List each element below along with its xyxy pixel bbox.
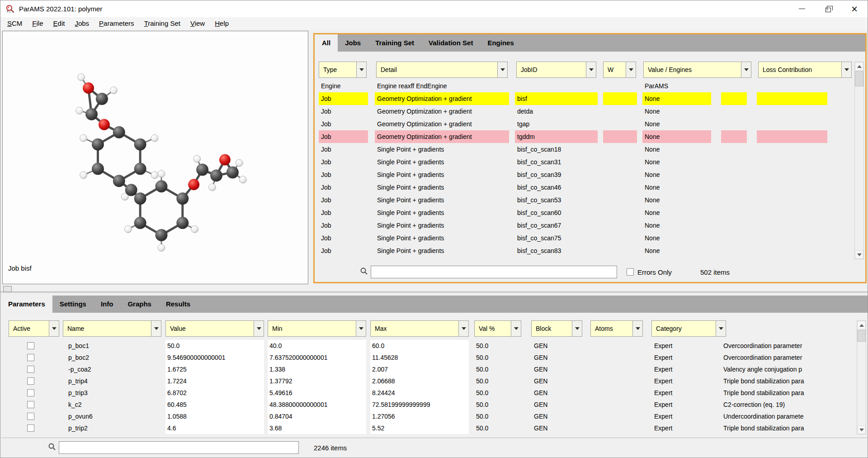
cell-value[interactable]: 60.485 [165, 399, 264, 410]
job-row[interactable]: Engine Engine reaxff EndEngine ParAMS [315, 80, 854, 92]
active-checkbox[interactable] [27, 425, 34, 432]
cell-min[interactable]: 1.338 [268, 363, 366, 375]
cell-min[interactable]: 5.49616 [268, 387, 366, 399]
filter-min-dropdown[interactable]: Min [268, 320, 366, 337]
active-checkbox[interactable] [27, 354, 34, 361]
parameter-row[interactable]: p_trip4 1.7224 1.37792 2.06688 50.0 GEN … [1, 375, 856, 387]
cell-max[interactable]: 8.24424 [370, 387, 469, 399]
menu-view[interactable]: View [185, 18, 210, 29]
menu-edit[interactable]: Edit [48, 18, 70, 29]
job-row[interactable]: Job Geometry Optimization + gradient tgd… [315, 130, 854, 143]
cell-max[interactable]: 72.58199999999999 [370, 399, 469, 410]
scroll-down-button[interactable] [857, 425, 866, 434]
cell-value[interactable]: 6.8702 [165, 387, 264, 399]
menu-help[interactable]: Help [210, 18, 234, 29]
parameter-row[interactable]: -p_coa2 1.6725 1.338 2.007 50.0 GEN Expe… [1, 363, 856, 375]
parameter-row[interactable]: p_trip2 4.6 3.68 5.52 50.0 GEN Expert Tr… [1, 422, 856, 434]
cell-value[interactable]: 1.6725 [165, 363, 264, 375]
tab-graphs[interactable]: Graphs [120, 296, 159, 313]
chevron-down-icon[interactable] [586, 62, 596, 77]
filter-category-dropdown[interactable]: Category [651, 320, 726, 337]
job-row[interactable]: Job Single Point + gradients bisf_co_sca… [315, 219, 854, 232]
parameter-row[interactable]: p_ovun6 1.0588 0.84704 1.27056 50.0 GEN … [1, 410, 856, 422]
active-checkbox[interactable] [27, 366, 34, 373]
scroll-thumb[interactable] [857, 330, 866, 342]
jobs-search-input[interactable] [371, 266, 617, 278]
cell-max[interactable]: 60.0 [370, 340, 469, 352]
chevron-down-icon[interactable] [626, 62, 636, 77]
cell-value[interactable]: 1.7224 [165, 375, 264, 387]
splitter-handle[interactable] [3, 286, 12, 292]
active-checkbox[interactable] [27, 389, 34, 396]
menu-file[interactable]: File [27, 18, 48, 29]
chevron-down-icon[interactable] [49, 321, 59, 336]
filter-block-dropdown[interactable]: Block [531, 320, 582, 337]
cell-min[interactable]: 7.637520000000001 [268, 352, 366, 363]
menu-training-set[interactable]: Training Set [139, 18, 185, 29]
cell-min[interactable]: 40.0 [268, 340, 366, 352]
cell-value[interactable]: 4.6 [165, 422, 264, 434]
scroll-up-button[interactable] [857, 321, 866, 329]
filter-atoms-dropdown[interactable]: Atoms [590, 320, 643, 337]
maximize-button[interactable] [815, 0, 841, 17]
job-row[interactable]: Job Single Point + gradients bisf_co_sca… [315, 244, 854, 257]
tab-settings[interactable]: Settings [52, 296, 94, 313]
tab-parameters[interactable]: Parameters [1, 296, 52, 313]
scroll-down-button[interactable] [855, 250, 863, 259]
chevron-down-icon[interactable] [458, 321, 468, 336]
cell-max[interactable]: 1.27056 [370, 410, 469, 422]
active-checkbox[interactable] [27, 413, 34, 420]
cell-min[interactable]: 0.84704 [268, 410, 366, 422]
job-row[interactable]: Job Geometry Optimization + gradient bis… [315, 92, 854, 105]
filter-jobid-dropdown[interactable]: JobID [516, 62, 596, 78]
chevron-down-icon[interactable] [572, 321, 582, 336]
job-row[interactable]: Job Geometry Optimization + gradient det… [315, 105, 854, 118]
filter-value-dropdown[interactable]: Value [165, 320, 264, 337]
filter-valpct-dropdown[interactable]: Val % [474, 320, 521, 337]
scroll-thumb[interactable] [855, 71, 863, 86]
tab-jobs[interactable]: Jobs [338, 34, 368, 52]
cell-max[interactable]: 2.06688 [370, 375, 469, 387]
tab-info[interactable]: Info [94, 296, 121, 313]
active-checkbox[interactable] [27, 377, 34, 385]
scroll-track[interactable] [855, 71, 863, 250]
close-button[interactable]: × [841, 0, 868, 17]
molecule-viewer-pane[interactable]: Job bisf [2, 31, 308, 284]
cell-max[interactable]: 5.52 [370, 422, 469, 434]
parameter-row[interactable]: p_boc2 9.546900000000001 7.6375200000000… [1, 352, 856, 363]
parameter-row[interactable]: p_boc1 50.0 40.0 60.0 50.0 GEN Expert Ov… [1, 340, 856, 352]
cell-value[interactable]: 50.0 [165, 340, 264, 352]
chevron-down-icon[interactable] [716, 321, 726, 336]
active-checkbox[interactable] [27, 401, 34, 408]
scroll-track[interactable] [857, 329, 866, 425]
cell-min[interactable]: 48.38800000000001 [268, 399, 366, 410]
menu-scm[interactable]: SCM [2, 18, 27, 29]
molecule-3d-model[interactable] [3, 31, 308, 284]
minimize-button[interactable] [789, 0, 815, 17]
cell-max[interactable]: 11.45628 [370, 352, 469, 363]
tab-training-set[interactable]: Training Set [368, 34, 421, 52]
cell-value[interactable]: 9.546900000000001 [165, 352, 264, 363]
chevron-down-icon[interactable] [151, 321, 161, 336]
filter-type-dropdown[interactable]: Type [319, 62, 367, 78]
job-row[interactable]: Job Geometry Optimization + gradient tga… [315, 118, 854, 130]
menu-parameters[interactable]: Parameters [94, 18, 139, 29]
filter-max-dropdown[interactable]: Max [370, 320, 469, 337]
jobs-scrollbar[interactable] [854, 62, 864, 259]
filter-value-engines-dropdown[interactable]: Value / Engines [643, 62, 751, 78]
errors-only-checkbox[interactable] [627, 268, 634, 276]
job-row[interactable]: Job Single Point + gradients bisf_co_sca… [315, 232, 854, 244]
params-search-input[interactable] [59, 441, 299, 454]
tab-validation-set[interactable]: Validation Set [421, 34, 480, 52]
job-row[interactable]: Job Single Point + gradients bisf_co_sca… [315, 156, 854, 168]
active-checkbox[interactable] [27, 342, 34, 349]
job-row[interactable]: Job Single Point + gradients bisf_co_sca… [315, 168, 854, 181]
job-row[interactable]: Job Single Point + gradients bisf_co_sca… [315, 181, 854, 194]
filter-loss-dropdown[interactable]: Loss Contribution [758, 62, 852, 78]
tab-all[interactable]: All [315, 34, 338, 52]
filter-detail-dropdown[interactable]: Detail [376, 62, 508, 78]
chevron-down-icon[interactable] [632, 321, 642, 336]
job-row[interactable]: Job Single Point + gradients bisf_co_sca… [315, 206, 854, 219]
parameter-row[interactable]: p_trip3 6.8702 5.49616 8.24424 50.0 GEN … [1, 387, 856, 399]
chevron-down-icon[interactable] [356, 62, 366, 77]
